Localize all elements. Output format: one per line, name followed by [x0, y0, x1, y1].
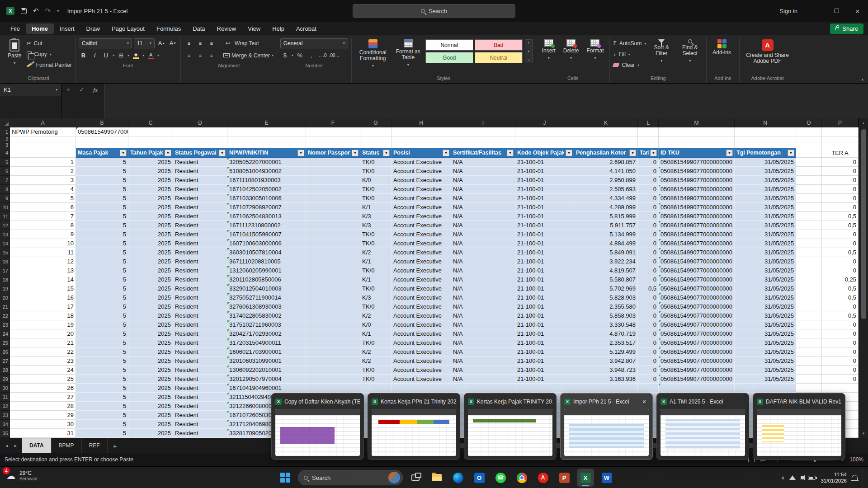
cell-F[interactable]: [306, 338, 360, 347]
taskbar-preview-3[interactable]: XKertas Kerja Pajak TRINITY 2025 ...: [464, 393, 557, 460]
cell-B[interactable]: 5: [76, 275, 128, 284]
row-header-33[interactable]: 33: [0, 411, 10, 420]
cell-C[interactable]: 2025: [128, 366, 173, 375]
cell-G[interactable]: TK/0: [360, 302, 392, 311]
table-header-K[interactable]: Penghasilan Kotor▼: [574, 148, 638, 158]
cell-B[interactable]: 5: [76, 248, 128, 257]
row-header-27[interactable]: 27: [0, 357, 10, 366]
cell-K[interactable]: 2.950.899: [574, 176, 638, 185]
column-header-D[interactable]: D: [173, 118, 227, 127]
cell-B[interactable]: 5: [76, 384, 128, 393]
cell-F[interactable]: [306, 248, 360, 257]
cell-N[interactable]: 31/05/2025: [735, 167, 796, 176]
cell-E[interactable]: 1306092202010001: [227, 366, 306, 375]
cell-F[interactable]: [306, 329, 360, 338]
cell-E2[interactable]: [227, 136, 306, 142]
vertical-scroll-thumb[interactable]: [861, 129, 866, 319]
cell-C[interactable]: 2025: [128, 212, 173, 221]
cell-B[interactable]: 5: [76, 293, 128, 302]
cell-F[interactable]: [306, 384, 360, 393]
cell-A22[interactable]: 18: [10, 311, 76, 320]
cell-K[interactable]: 4.884.499: [574, 239, 638, 248]
cell-C[interactable]: 2025: [128, 375, 173, 384]
cell-J[interactable]: 21-100-01: [515, 284, 574, 293]
cell-G[interactable]: TK/0: [360, 366, 392, 375]
cell-M[interactable]: 0508615499077000000000: [659, 366, 735, 375]
format-painter-button[interactable]: Format Painter: [27, 60, 72, 70]
cell-K[interactable]: 2.505.693: [574, 185, 638, 194]
cell-I[interactable]: N/A: [451, 320, 515, 329]
decrease-decimal-icon[interactable]: .00→: [329, 51, 340, 60]
cell-N[interactable]: 31/05/2025: [735, 329, 796, 338]
cell-E[interactable]: 3275052711900014: [227, 293, 306, 302]
cell-B[interactable]: 5: [76, 366, 128, 375]
cell-N[interactable]: 31/05/2025: [735, 375, 796, 384]
cell-D[interactable]: Resident: [173, 176, 227, 185]
cell-E3[interactable]: [227, 142, 306, 148]
cell-F[interactable]: [306, 320, 360, 329]
cell-P[interactable]: 0,5: [822, 212, 859, 221]
insert-cells-button[interactable]: Insert▾: [539, 37, 558, 62]
cell-P[interactable]: 0: [822, 176, 859, 185]
table-header-D[interactable]: Status Pegawai▼: [173, 148, 227, 158]
cell-H[interactable]: Account Executive: [392, 320, 451, 329]
cell-J2[interactable]: [515, 136, 574, 142]
minimize-button[interactable]: –: [806, 0, 826, 22]
cell-A35[interactable]: 31: [10, 429, 76, 438]
cell-J[interactable]: 21-100-01: [515, 293, 574, 302]
cell-I[interactable]: N/A: [451, 167, 515, 176]
cell-D2[interactable]: [173, 136, 227, 142]
cell-M[interactable]: 0508615499077000000000: [659, 257, 735, 266]
cell-A24[interactable]: 20: [10, 329, 76, 338]
cell-O[interactable]: [796, 293, 822, 302]
cell-C[interactable]: 2025: [128, 393, 173, 402]
cell-D[interactable]: Resident: [173, 203, 227, 212]
row-header-1[interactable]: 1: [0, 127, 10, 136]
ribbon-tab-formulas[interactable]: Formulas: [151, 23, 187, 34]
cell-F[interactable]: [306, 158, 360, 167]
wifi-icon[interactable]: [789, 475, 796, 480]
cell-C[interactable]: 2025: [128, 284, 173, 293]
cell-O[interactable]: [796, 212, 822, 221]
cell-I3[interactable]: [451, 142, 515, 148]
row-header-11[interactable]: 11: [0, 212, 10, 221]
cell-J[interactable]: 21-100-01: [515, 320, 574, 329]
select-all-corner[interactable]: [0, 118, 10, 127]
ribbon-tab-home[interactable]: Home: [26, 23, 54, 34]
cell-B[interactable]: 5: [76, 429, 128, 438]
cell-C[interactable]: 2025: [128, 357, 173, 366]
cell-C1[interactable]: [128, 127, 173, 136]
cell-B[interactable]: 5: [76, 393, 128, 402]
cell-D[interactable]: Resident: [173, 185, 227, 194]
cell-L[interactable]: 0: [638, 212, 659, 221]
cell-E[interactable]: 1671110801930003: [227, 176, 306, 185]
cell-N[interactable]: 31/05/2025: [735, 158, 796, 167]
cell-A19[interactable]: 15: [10, 284, 76, 293]
cell-H[interactable]: Account Executive: [392, 347, 451, 357]
cell-L1[interactable]: [638, 127, 659, 136]
cell-H1[interactable]: [392, 127, 451, 136]
cell-G[interactable]: K/2: [360, 347, 392, 357]
cell-D[interactable]: Resident: [173, 212, 227, 221]
cell-C[interactable]: 2025: [128, 257, 173, 266]
cell-M[interactable]: 0508615499077000000000: [659, 266, 735, 275]
cell-J[interactable]: 21-100-01: [515, 248, 574, 257]
row-header-5[interactable]: 5: [0, 158, 10, 167]
cell-C[interactable]: 2025: [128, 411, 173, 420]
cell-H[interactable]: Account Executive: [392, 185, 451, 194]
cell-A13[interactable]: 9: [10, 230, 76, 239]
font-size-select[interactable]: 11▾: [134, 38, 155, 48]
cell-E[interactable]: 3329012504010003: [227, 284, 306, 293]
cell-M[interactable]: 0508615499077000000000: [659, 158, 735, 167]
preview-close-button[interactable]: ×: [640, 397, 649, 406]
cell-C[interactable]: 2025: [128, 347, 173, 357]
cell-O[interactable]: [796, 284, 822, 293]
cell-A2[interactable]: [10, 136, 76, 142]
filter-dropdown-icon[interactable]: ▼: [120, 150, 127, 156]
column-header-N[interactable]: N: [735, 118, 796, 127]
cell-J[interactable]: 21-100-01: [515, 338, 574, 347]
cell-N[interactable]: 31/05/2025: [735, 293, 796, 302]
cell-H[interactable]: Account Executive: [392, 230, 451, 239]
cell-G[interactable]: K/1: [360, 275, 392, 284]
cell-N3[interactable]: [735, 142, 796, 148]
